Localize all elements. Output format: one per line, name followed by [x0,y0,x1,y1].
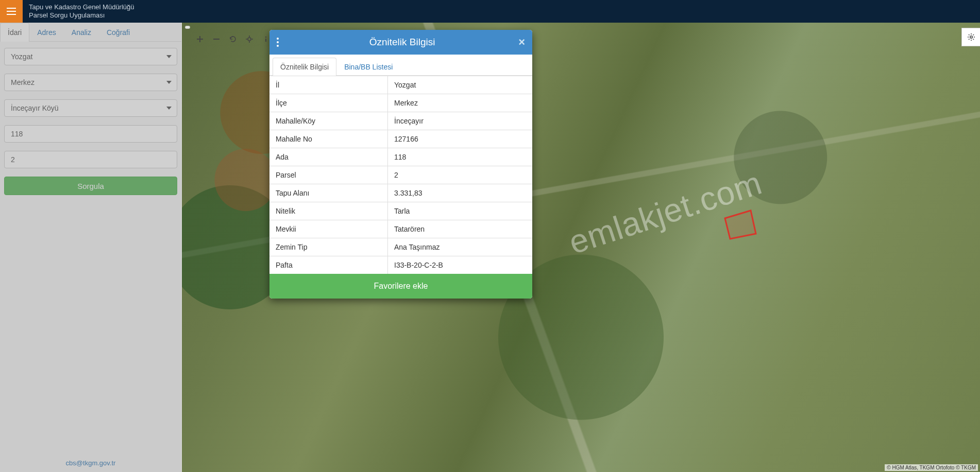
table-row: PaftaI33-B-20-C-2-B [269,256,532,274]
svg-point-0 [248,38,251,41]
attr-value: İnceçayır [388,112,533,130]
attr-value: 127166 [388,130,533,148]
table-row: Ada118 [269,148,532,166]
tab-idari[interactable]: İdari [0,23,29,42]
parsel-input[interactable] [4,151,177,168]
modal-menu-button[interactable] [277,38,286,47]
attr-label: Zemin Tip [269,238,388,256]
attribute-table: İlYozgatİlçeMerkezMahalle/KöyİnceçayırMa… [269,76,532,274]
table-row: Parsel2 [269,166,532,184]
map-toolbar [185,26,190,29]
query-form: Yozgat Merkez İnceçayır Köyü Sorgula [0,42,181,201]
tab-cografi[interactable]: Coğrafi [99,23,138,42]
attr-value: Yozgat [388,76,533,94]
sidebar: İdari Adres Analiz Coğrafi Yozgat Merkez… [0,23,182,472]
svg-marker-3 [725,211,756,239]
svg-point-2 [970,36,972,38]
tab-adres[interactable]: Adres [29,23,64,42]
locate-icon [245,35,254,43]
attr-label: Mahalle No [269,130,388,148]
attr-value: Tatarören [388,220,533,238]
attr-value: Ana Taşınmaz [388,238,533,256]
hamburger-icon [7,8,16,15]
contact-email-link[interactable]: cbs@tkgm.gov.tr [66,459,116,467]
info-icon [262,35,270,43]
gear-icon [967,33,975,41]
parcel-highlight [722,208,758,244]
table-row: İlçeMerkez [269,94,532,112]
header-titles: Tapu ve Kadastro Genel Müdürlüğü Parsel … [23,3,134,20]
table-row: Mahalle No127166 [269,130,532,148]
attr-label: Nitelik [269,202,388,220]
table-row: İlYozgat [269,76,532,94]
attr-label: Mevkii [269,220,388,238]
zoom-out-button[interactable] [208,31,225,47]
add-favorite-button[interactable]: Favorilere ekle [269,274,532,299]
modal-close-button[interactable]: × [518,37,525,48]
attr-label: Tapu Alanı [269,184,388,202]
modal-tab-oznitelik[interactable]: Öznitelik Bilgisi [273,58,336,76]
header-title-line1: Tapu ve Kadastro Genel Müdürlüğü [29,3,134,11]
modal-title: Öznitelik Bilgisi [286,37,518,48]
attr-value: Merkez [388,94,533,112]
attr-value: I33-B-20-C-2-B [388,256,533,274]
dots-icon [277,38,279,40]
attr-value: 2 [388,166,533,184]
attr-label: Ada [269,148,388,166]
ada-input[interactable] [4,125,177,143]
app-header: Tapu ve Kadastro Genel Müdürlüğü Parsel … [0,0,980,23]
sidebar-footer: cbs@tkgm.gov.tr [0,454,181,472]
attr-label: İlçe [269,94,388,112]
attr-value: Tarla [388,202,533,220]
attr-label: Mahalle/Köy [269,112,388,130]
mahalle-select[interactable]: İnceçayır Köyü [4,99,177,117]
header-title-line2: Parsel Sorgu Uygulaması [29,11,134,20]
query-button[interactable]: Sorgula [4,177,177,195]
attr-value: 3.331,83 [388,184,533,202]
attr-value: 118 [388,148,533,166]
svg-point-1 [265,37,266,38]
refresh-button[interactable] [225,31,241,47]
tab-analiz[interactable]: Analiz [64,23,99,42]
modal-header: Öznitelik Bilgisi × [269,30,532,55]
table-row: Mahalle/Köyİnceçayır [269,112,532,130]
menu-toggle-button[interactable] [0,0,23,23]
table-row: Zemin TipAna Taşınmaz [269,238,532,256]
map-attribution: © HGM Atlas, TKGM Ortofoto © TKGM [885,464,978,471]
attr-label: Parsel [269,166,388,184]
minus-icon [212,35,221,43]
sidebar-tabs: İdari Adres Analiz Coğrafi [0,23,181,42]
modal-tab-bina[interactable]: Bina/BB Listesi [336,58,400,76]
attribute-modal: Öznitelik Bilgisi × Öznitelik Bilgisi Bi… [269,30,532,299]
table-row: NitelikTarla [269,202,532,220]
ilce-select[interactable]: Merkez [4,74,177,91]
modal-tabs: Öznitelik Bilgisi Bina/BB Listesi [269,55,532,76]
table-row: MevkiiTatarören [269,220,532,238]
refresh-icon [229,35,237,43]
zoom-in-button[interactable] [192,31,208,47]
attr-label: İl [269,76,388,94]
map-canvas[interactable]: emlakjet.com © HGM Atlas, TKGM Ortofoto … [182,23,980,472]
attr-label: Pafta [269,256,388,274]
il-select[interactable]: Yozgat [4,48,177,65]
map-settings-button[interactable] [961,28,980,46]
plus-icon [196,35,204,43]
table-row: Tapu Alanı3.331,83 [269,184,532,202]
locate-button[interactable] [241,31,258,47]
